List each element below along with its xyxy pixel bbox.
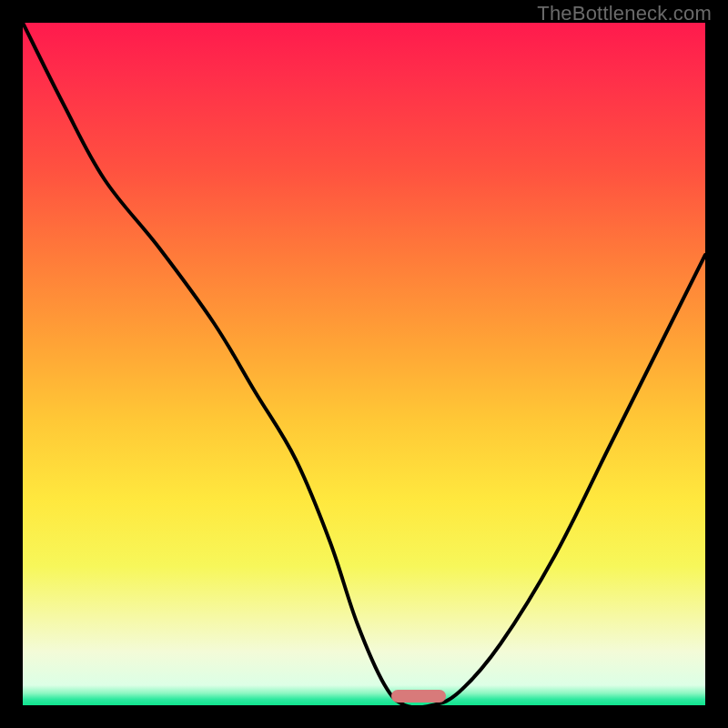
curve-svg [23, 23, 705, 705]
bottleneck-curve [23, 23, 705, 705]
watermark-text: TheBottleneck.com [537, 2, 712, 25]
optimum-marker [391, 690, 446, 703]
chart-frame: TheBottleneck.com [0, 0, 728, 728]
plot-area [23, 23, 705, 705]
